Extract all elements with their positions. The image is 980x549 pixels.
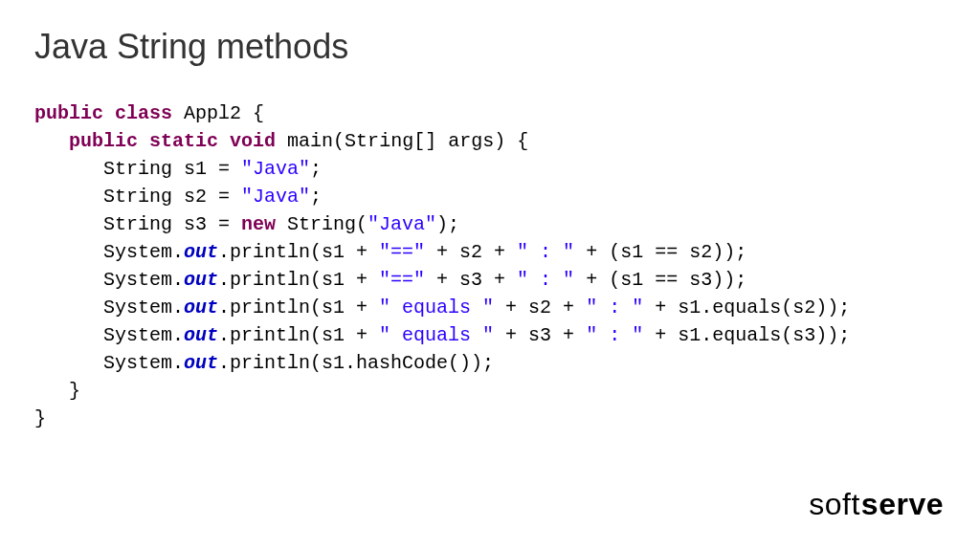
t: .println(s1 +	[218, 296, 379, 318]
t: .println(s1 +	[218, 324, 379, 346]
str: "Java"	[241, 186, 310, 208]
field: out	[184, 352, 218, 374]
brand-text-soft: soft	[809, 487, 860, 522]
t: System.	[34, 296, 184, 318]
t: + s2 +	[425, 241, 517, 263]
t: System.	[34, 324, 184, 346]
str: "=="	[379, 241, 425, 263]
str: " : "	[586, 324, 643, 346]
t: ;	[310, 186, 322, 208]
t	[218, 130, 230, 152]
str: "Java"	[241, 158, 310, 180]
kw: void	[230, 130, 276, 152]
t: {	[241, 102, 264, 124]
kw: public	[34, 102, 103, 124]
str: " : "	[586, 296, 643, 318]
t: String s2 =	[34, 186, 241, 208]
str: " equals "	[379, 324, 494, 346]
kw: new	[241, 213, 276, 235]
t: .println(s1 +	[218, 269, 379, 291]
t: }	[34, 380, 80, 402]
t: .println(s1 +	[218, 241, 379, 263]
t: String s1 =	[34, 158, 241, 180]
t: + s3 +	[425, 269, 517, 291]
t: + (s1 == s3));	[574, 269, 746, 291]
t: String(	[276, 213, 368, 235]
kw: class	[115, 102, 172, 124]
t	[276, 130, 287, 152]
t: );	[436, 213, 459, 235]
str: " : "	[517, 241, 574, 263]
t: + s1.equals(s3));	[643, 324, 850, 346]
t	[103, 102, 115, 124]
kw: public	[69, 130, 138, 152]
slide-title: Java String methods	[34, 27, 348, 67]
t: + s2 +	[494, 296, 586, 318]
field: out	[184, 296, 218, 318]
class-name: Appl2	[184, 102, 241, 124]
t: + s3 +	[494, 324, 586, 346]
brand-text-serve: serve	[861, 487, 944, 522]
str: " : "	[517, 269, 574, 291]
str: "=="	[379, 269, 425, 291]
t: String s3 =	[34, 213, 241, 235]
t: System.	[34, 241, 184, 263]
t: + s1.equals(s2));	[643, 296, 850, 318]
field: out	[184, 269, 218, 291]
t: }	[34, 407, 46, 429]
field: out	[184, 324, 218, 346]
str: "Java"	[368, 213, 436, 235]
t	[138, 130, 149, 152]
t: .println(s1.hashCode());	[218, 352, 494, 374]
brand-logo: softserve	[809, 487, 944, 522]
field: out	[184, 241, 218, 263]
t: System.	[34, 269, 184, 291]
main-sig: main(String[] args) {	[287, 130, 528, 152]
code-block: public class Appl2 { public static void …	[34, 99, 850, 432]
t	[172, 102, 184, 124]
str: " equals "	[379, 296, 494, 318]
t: System.	[34, 352, 184, 374]
t: + (s1 == s2));	[574, 241, 746, 263]
kw: static	[149, 130, 218, 152]
t: ;	[310, 158, 322, 180]
